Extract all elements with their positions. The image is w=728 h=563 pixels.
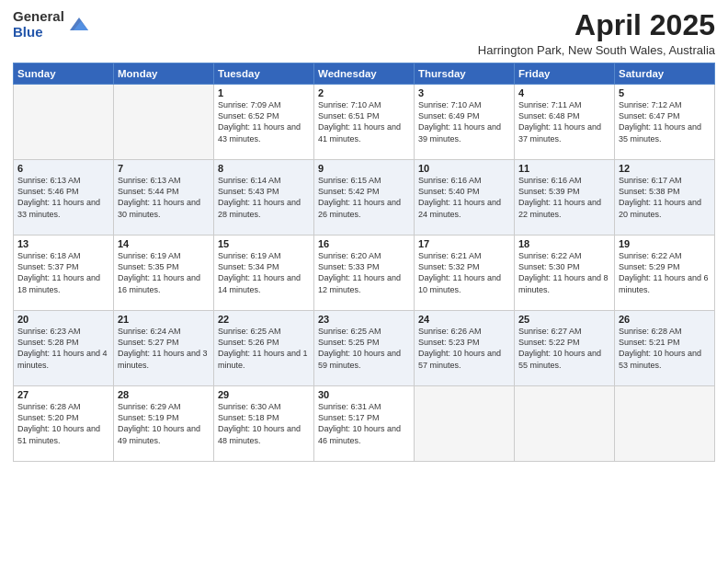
- header-row: Sunday Monday Tuesday Wednesday Thursday…: [14, 63, 715, 85]
- calendar-page: General Blue April 2025 Harrington Park,…: [0, 0, 728, 563]
- calendar-cell: 10Sunrise: 6:16 AM Sunset: 5:40 PM Dayli…: [415, 160, 515, 236]
- day-info: Sunrise: 7:11 AM Sunset: 6:48 PM Dayligh…: [518, 99, 610, 144]
- calendar-cell: 2Sunrise: 7:10 AM Sunset: 6:51 PM Daylig…: [314, 85, 415, 160]
- calendar-week-5: 27Sunrise: 6:28 AM Sunset: 5:20 PM Dayli…: [14, 386, 715, 462]
- calendar-cell: [14, 85, 114, 160]
- calendar-cell: 5Sunrise: 7:12 AM Sunset: 6:47 PM Daylig…: [615, 85, 715, 160]
- day-info: Sunrise: 6:29 AM Sunset: 5:19 PM Dayligh…: [118, 401, 210, 446]
- calendar-cell: [114, 85, 214, 160]
- calendar-cell: 11Sunrise: 6:16 AM Sunset: 5:39 PM Dayli…: [515, 160, 615, 236]
- calendar-cell: 20Sunrise: 6:23 AM Sunset: 5:28 PM Dayli…: [14, 311, 114, 386]
- day-info: Sunrise: 6:28 AM Sunset: 5:20 PM Dayligh…: [17, 401, 109, 446]
- day-info: Sunrise: 6:19 AM Sunset: 5:35 PM Dayligh…: [118, 250, 210, 295]
- calendar-cell: 29Sunrise: 6:30 AM Sunset: 5:18 PM Dayli…: [214, 386, 314, 462]
- day-info: Sunrise: 6:27 AM Sunset: 5:22 PM Dayligh…: [518, 326, 610, 371]
- col-sunday: Sunday: [14, 63, 114, 85]
- day-number: 3: [418, 87, 510, 98]
- calendar-cell: 22Sunrise: 6:25 AM Sunset: 5:26 PM Dayli…: [214, 311, 314, 386]
- day-number: 28: [118, 389, 210, 400]
- day-number: 30: [318, 389, 410, 400]
- day-number: 16: [318, 238, 410, 249]
- day-number: 14: [118, 238, 210, 249]
- calendar-cell: 13Sunrise: 6:18 AM Sunset: 5:37 PM Dayli…: [14, 236, 114, 311]
- calendar-cell: [415, 386, 515, 462]
- calendar-cell: 3Sunrise: 7:10 AM Sunset: 6:49 PM Daylig…: [415, 85, 515, 160]
- day-number: 13: [17, 238, 109, 249]
- day-number: 9: [318, 163, 410, 174]
- month-title: April 2025: [478, 9, 715, 41]
- day-number: 29: [218, 389, 310, 400]
- logo-blue: Blue: [13, 25, 64, 40]
- day-number: 19: [619, 238, 711, 249]
- day-info: Sunrise: 6:13 AM Sunset: 5:46 PM Dayligh…: [17, 175, 109, 220]
- calendar-cell: 16Sunrise: 6:20 AM Sunset: 5:33 PM Dayli…: [314, 236, 415, 311]
- col-saturday: Saturday: [615, 63, 715, 85]
- day-info: Sunrise: 6:19 AM Sunset: 5:34 PM Dayligh…: [218, 250, 310, 295]
- day-info: Sunrise: 6:17 AM Sunset: 5:38 PM Dayligh…: [619, 175, 711, 220]
- day-info: Sunrise: 6:30 AM Sunset: 5:18 PM Dayligh…: [218, 401, 310, 446]
- day-info: Sunrise: 6:31 AM Sunset: 5:17 PM Dayligh…: [318, 401, 410, 446]
- day-number: 20: [17, 314, 109, 325]
- day-number: 1: [218, 87, 310, 98]
- day-number: 17: [418, 238, 510, 249]
- calendar-cell: 25Sunrise: 6:27 AM Sunset: 5:22 PM Dayli…: [515, 311, 615, 386]
- day-number: 8: [218, 163, 310, 174]
- day-number: 27: [17, 389, 109, 400]
- title-block: April 2025 Harrington Park, New South Wa…: [478, 9, 715, 57]
- calendar-cell: 12Sunrise: 6:17 AM Sunset: 5:38 PM Dayli…: [615, 160, 715, 236]
- day-info: Sunrise: 7:12 AM Sunset: 6:47 PM Dayligh…: [619, 99, 711, 144]
- day-number: 6: [17, 163, 109, 174]
- logo-text: General Blue: [13, 9, 64, 40]
- day-number: 18: [518, 238, 610, 249]
- day-number: 26: [619, 314, 711, 325]
- calendar-cell: 8Sunrise: 6:14 AM Sunset: 5:43 PM Daylig…: [214, 160, 314, 236]
- day-info: Sunrise: 6:21 AM Sunset: 5:32 PM Dayligh…: [418, 250, 510, 295]
- col-tuesday: Tuesday: [214, 63, 314, 85]
- col-thursday: Thursday: [415, 63, 515, 85]
- calendar-cell: 19Sunrise: 6:22 AM Sunset: 5:29 PM Dayli…: [615, 236, 715, 311]
- calendar-cell: [515, 386, 615, 462]
- calendar-week-2: 6Sunrise: 6:13 AM Sunset: 5:46 PM Daylig…: [14, 160, 715, 236]
- day-info: Sunrise: 6:16 AM Sunset: 5:39 PM Dayligh…: [518, 175, 610, 220]
- day-info: Sunrise: 7:10 AM Sunset: 6:51 PM Dayligh…: [318, 99, 410, 144]
- header: General Blue April 2025 Harrington Park,…: [13, 9, 715, 57]
- day-info: Sunrise: 6:24 AM Sunset: 5:27 PM Dayligh…: [118, 326, 210, 371]
- calendar-cell: 28Sunrise: 6:29 AM Sunset: 5:19 PM Dayli…: [114, 386, 214, 462]
- subtitle: Harrington Park, New South Wales, Austra…: [478, 43, 715, 57]
- day-info: Sunrise: 6:14 AM Sunset: 5:43 PM Dayligh…: [218, 175, 310, 220]
- col-monday: Monday: [114, 63, 214, 85]
- calendar-cell: 9Sunrise: 6:15 AM Sunset: 5:42 PM Daylig…: [314, 160, 415, 236]
- day-number: 12: [619, 163, 711, 174]
- day-info: Sunrise: 6:28 AM Sunset: 5:21 PM Dayligh…: [619, 326, 711, 371]
- day-number: 25: [518, 314, 610, 325]
- day-number: 5: [619, 87, 711, 98]
- calendar-cell: 6Sunrise: 6:13 AM Sunset: 5:46 PM Daylig…: [14, 160, 114, 236]
- calendar-cell: 14Sunrise: 6:19 AM Sunset: 5:35 PM Dayli…: [114, 236, 214, 311]
- day-number: 24: [418, 314, 510, 325]
- calendar-cell: [615, 386, 715, 462]
- calendar-cell: 17Sunrise: 6:21 AM Sunset: 5:32 PM Dayli…: [415, 236, 515, 311]
- day-number: 10: [418, 163, 510, 174]
- day-info: Sunrise: 6:18 AM Sunset: 5:37 PM Dayligh…: [17, 250, 109, 295]
- day-info: Sunrise: 7:09 AM Sunset: 6:52 PM Dayligh…: [218, 99, 310, 144]
- day-number: 23: [318, 314, 410, 325]
- logo-general: General: [13, 9, 64, 25]
- calendar-cell: 27Sunrise: 6:28 AM Sunset: 5:20 PM Dayli…: [14, 386, 114, 462]
- calendar-cell: 24Sunrise: 6:26 AM Sunset: 5:23 PM Dayli…: [415, 311, 515, 386]
- calendar-cell: 1Sunrise: 7:09 AM Sunset: 6:52 PM Daylig…: [214, 85, 314, 160]
- day-info: Sunrise: 6:26 AM Sunset: 5:23 PM Dayligh…: [418, 326, 510, 371]
- day-info: Sunrise: 6:23 AM Sunset: 5:28 PM Dayligh…: [17, 326, 109, 371]
- calendar-week-4: 20Sunrise: 6:23 AM Sunset: 5:28 PM Dayli…: [14, 311, 715, 386]
- calendar-cell: 4Sunrise: 7:11 AM Sunset: 6:48 PM Daylig…: [515, 85, 615, 160]
- day-number: 21: [118, 314, 210, 325]
- day-number: 4: [518, 87, 610, 98]
- calendar-cell: 7Sunrise: 6:13 AM Sunset: 5:44 PM Daylig…: [114, 160, 214, 236]
- day-info: Sunrise: 7:10 AM Sunset: 6:49 PM Dayligh…: [418, 99, 510, 144]
- day-number: 11: [518, 163, 610, 174]
- day-info: Sunrise: 6:15 AM Sunset: 5:42 PM Dayligh…: [318, 175, 410, 220]
- day-info: Sunrise: 6:25 AM Sunset: 5:26 PM Dayligh…: [218, 326, 310, 371]
- day-info: Sunrise: 6:22 AM Sunset: 5:30 PM Dayligh…: [518, 250, 610, 295]
- day-info: Sunrise: 6:13 AM Sunset: 5:44 PM Dayligh…: [118, 175, 210, 220]
- day-info: Sunrise: 6:16 AM Sunset: 5:40 PM Dayligh…: [418, 175, 510, 220]
- logo-icon: [68, 14, 90, 36]
